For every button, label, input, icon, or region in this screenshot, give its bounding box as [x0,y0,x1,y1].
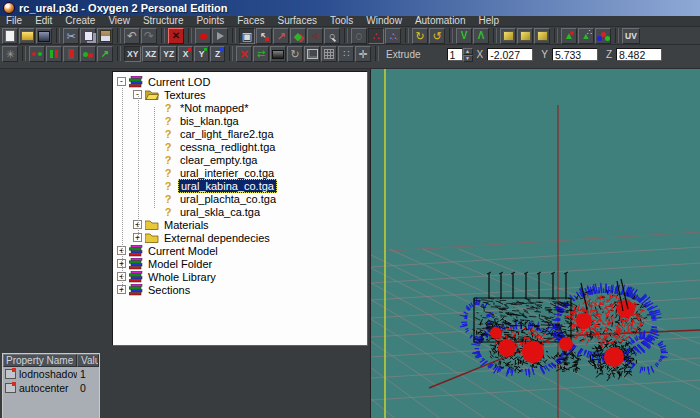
path-select-button[interactable] [385,28,401,44]
cut-button[interactable] [63,28,79,44]
delete-texture-button[interactable] [168,28,184,44]
record-button[interactable] [195,28,211,44]
property-value-header[interactable]: Value [77,354,99,367]
tree-expand-collapse-icon[interactable]: - [117,77,126,86]
menu-item-create[interactable]: Create [65,16,95,26]
box-c-button[interactable] [534,28,550,44]
tree-item-ural-plachta-co-tga[interactable]: ?ural_plachta_co.tga [113,192,367,205]
move-points-button[interactable] [97,46,113,62]
menu-item-edit[interactable]: Edit [35,16,52,26]
tree-item-ural-kabina-co-tga[interactable]: ?ural_kabina_co.tga [113,179,367,192]
coord-z-input[interactable] [616,48,662,61]
open-file-button[interactable] [19,28,35,44]
undo-button[interactable] [124,28,140,44]
folder-open-icon [145,89,159,101]
plane-yz-button[interactable]: YZ [160,46,177,62]
snap-points-button[interactable] [338,46,354,62]
tree-item-bis-klan-tga[interactable]: ?bis_klan.tga [113,114,367,127]
color-wheel-button[interactable] [595,28,611,44]
copy-button[interactable] [80,28,96,44]
del-red-button[interactable] [236,46,252,62]
tri-b-button[interactable] [578,28,594,44]
plane-button[interactable] [270,46,286,62]
property-name-header[interactable]: Property Name [3,354,77,367]
save-file-button[interactable] [36,28,52,44]
extrude-spinner[interactable]: ▲ ▼ [463,48,473,62]
property-row-autocenter[interactable]: autocenter0 [3,381,99,395]
mirror-b-button[interactable] [473,28,489,44]
tree-item-model-folder[interactable]: +Model Folder [113,257,367,270]
lod-tree-panel[interactable]: -Current LOD-Textures?*Not mapped*?bis_k… [112,71,368,346]
zoom-button[interactable] [324,28,340,44]
tree-item-current-lod[interactable]: -Current LOD [113,75,367,88]
property-value-cell: 1 [77,368,99,380]
mirror-a-button[interactable] [456,28,472,44]
tree-item-external-dependecies[interactable]: +External dependecies [113,231,367,244]
tree-item--not-mapped-[interactable]: ?*Not mapped* [113,101,367,114]
axis-z-button[interactable]: Z [210,46,225,62]
plane-xz-button[interactable]: XZ [142,46,159,62]
tree-item-textures[interactable]: -Textures [113,88,367,101]
3d-viewport[interactable] [370,69,700,418]
axis-y-button[interactable]: Y [194,46,209,62]
redo-button[interactable] [141,28,157,44]
grid-snap-button[interactable] [321,46,337,62]
spin-down-icon[interactable]: ▼ [463,55,473,62]
menu-item-structure[interactable]: Structure [143,16,184,26]
led-d-button[interactable] [80,46,96,62]
tree-item-materials[interactable]: +Materials [113,218,367,231]
led-a-button[interactable] [29,46,45,62]
select-move-button[interactable] [273,28,289,44]
tree-item-label: Current LOD [146,76,212,88]
tree-item-whole-library[interactable]: +Whole Library [113,270,367,283]
rotate-a-button[interactable] [412,28,428,44]
menu-item-file[interactable]: File [6,16,22,26]
select-poly-button[interactable] [290,28,306,44]
tree-item-cessna-redlight-tga[interactable]: ?cessna_redlight.tga [113,140,367,153]
coord-x-input[interactable] [487,48,533,61]
tree-item-ural-interier-co-tga[interactable]: ?ural_interier_co.tga [113,166,367,179]
select-lock-button[interactable] [307,28,323,44]
led-b-button[interactable] [46,46,62,62]
property-name-cell: lodnoshadow [3,368,77,380]
property-row-lodnoshadow[interactable]: lodnoshadow1 [3,367,99,381]
menu-item-faces[interactable]: Faces [237,16,264,26]
menu-item-help[interactable]: Help [478,16,499,26]
question-icon: ? [161,115,175,127]
coord-y-input[interactable] [552,48,598,61]
box-wire-button[interactable] [304,46,320,62]
axis-x-button[interactable]: X [178,46,193,62]
carousel-button[interactable] [2,46,18,62]
box-b-button[interactable] [517,28,533,44]
menu-item-automation[interactable]: Automation [415,16,466,26]
extrude-value-input[interactable] [447,48,463,61]
tree-item-clear-empty-tga[interactable]: ?clear_empty.tga [113,153,367,166]
spin-up-icon[interactable]: ▲ [463,48,473,55]
select-zoom-button[interactable] [239,28,255,44]
axes-button[interactable] [355,46,371,62]
tri-a-button[interactable] [561,28,577,44]
menu-item-view[interactable]: View [108,16,130,26]
rotate-face-button[interactable] [287,46,303,62]
transform-button[interactable] [253,46,269,62]
menu-item-tools[interactable]: Tools [330,16,353,26]
lasso-button[interactable] [351,28,367,44]
menu-item-points[interactable]: Points [196,16,224,26]
title-bar[interactable]: rc_ural.p3d - Oxygen 2 Personal Edition [0,0,700,16]
tree-item-ural-skla-ca-tga[interactable]: ?ural_skla_ca.tga [113,205,367,218]
play-button[interactable] [212,28,228,44]
menu-item-window[interactable]: Window [366,16,402,26]
box-a-button[interactable] [500,28,516,44]
plane-xy-button[interactable]: XY [124,46,141,62]
vertex-paint-button[interactable] [368,28,384,44]
select-vertex-button[interactable] [256,28,272,44]
tree-item-current-model[interactable]: +Current Model [113,244,367,257]
menu-item-surfaces[interactable]: Surfaces [277,16,316,26]
tree-item-car-light-flare2-tga[interactable]: ?car_light_flare2.tga [113,127,367,140]
uv-edit-button[interactable]: UV [622,28,640,44]
new-file-button[interactable] [2,28,18,44]
led-c-button[interactable] [63,46,79,62]
rotate-b-button[interactable] [429,28,445,44]
tree-item-sections[interactable]: +Sections [113,283,367,296]
paste-button[interactable] [97,28,113,44]
